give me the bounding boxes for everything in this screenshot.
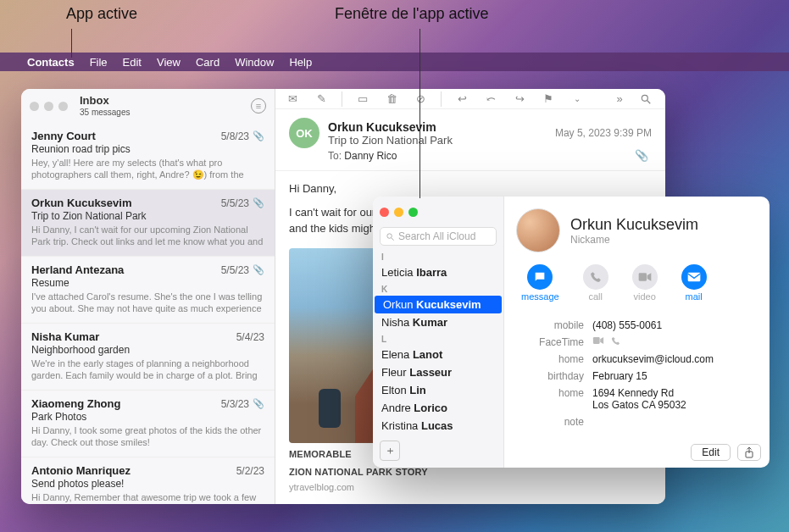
field-facetime[interactable] — [592, 336, 758, 346]
callout-window-active: Fenêtre de l'app active — [335, 5, 489, 23]
traffic-lights[interactable] — [30, 102, 68, 111]
message-subject: Trip to Zion National Park — [328, 134, 453, 147]
mail-toolbar: ✉︎ ✎ ▭ 🗑︎ ⊘ ↩︎ ⤺ ↪︎ ⚑ ⌄ » — [275, 89, 665, 109]
field-home-address[interactable]: 1694 Kennedy RdLos Gatos CA 95032 — [592, 387, 758, 411]
group-header: L — [373, 331, 503, 346]
svg-rect-6 — [593, 337, 600, 344]
message-from: Orkun Kucuksevim — [328, 120, 453, 134]
field-home-email[interactable]: orkucuksevim@icloud.com — [592, 353, 758, 365]
add-button[interactable]: ＋ — [380, 441, 400, 461]
message-date: May 5, 2023 9:39 PM — [555, 127, 652, 139]
envelope-icon[interactable]: ✉︎ — [284, 92, 301, 105]
message-item[interactable]: Antonio Manriquez5/2/23Send photos pleas… — [21, 457, 275, 504]
message-header: OK Orkun Kucuksevim Trip to Zion Nationa… — [275, 109, 665, 171]
action-message[interactable]: message — [521, 264, 559, 302]
callout-app-active: App active — [66, 5, 137, 23]
junk-icon[interactable]: ⊘ — [412, 92, 429, 105]
menu-window[interactable]: Window — [235, 56, 274, 69]
menubar: Contacts File Edit View Card Window Help — [0, 53, 789, 71]
svg-line-3 — [392, 237, 394, 240]
message-list: Jenny Court5/8/23📎Reunion road trip pics… — [21, 123, 275, 504]
archive-icon[interactable]: ▭ — [354, 92, 371, 105]
forward-icon[interactable]: ↪︎ — [511, 92, 528, 105]
contact-item[interactable]: Elena Lanot — [373, 346, 503, 363]
message-item[interactable]: Jenny Court5/8/23📎Reunion road trip pics… — [21, 123, 275, 190]
contact-nickname: Nickame — [570, 234, 698, 246]
reply-all-icon[interactable]: ⤺ — [482, 92, 499, 105]
menu-card[interactable]: Card — [196, 56, 219, 69]
group-header: K — [373, 281, 503, 296]
contact-item[interactable]: Nisha Kumar — [373, 313, 503, 331]
menu-help[interactable]: Help — [289, 56, 312, 69]
contact-item[interactable]: Andre Lorico — [373, 399, 503, 417]
flag-icon[interactable]: ⚑ — [540, 92, 557, 105]
message-item[interactable]: Xiaomeng Zhong5/3/23📎Park PhotosHi Danny… — [21, 391, 275, 457]
contact-item[interactable]: Kristina Lucas — [373, 417, 503, 435]
field-mobile[interactable]: (408) 555-0061 — [592, 319, 758, 331]
action-call[interactable]: call — [583, 264, 608, 302]
chevron-down-icon[interactable]: ⌄ — [569, 94, 586, 103]
group-header: I — [373, 249, 503, 263]
message-item[interactable]: Nisha Kumar5/4/23Neighborhood gardenWe'r… — [21, 324, 275, 391]
svg-rect-4 — [638, 273, 646, 280]
inbox-header: Inbox 35 messages — [80, 95, 130, 116]
contact-name: Orkun Kucuksevim — [570, 216, 698, 234]
contact-photo[interactable] — [516, 208, 560, 252]
svg-point-0 — [642, 95, 647, 101]
contact-item[interactable]: Elton Lin — [373, 381, 503, 399]
edit-button[interactable]: Edit — [691, 444, 731, 461]
contact-list: ILeticia IbarraKOrkun KucuksevimNisha Ku… — [373, 249, 503, 468]
message-item[interactable]: Orkun Kucuksevim5/5/23📎Trip to Zion Nati… — [21, 190, 275, 257]
contact-item[interactable]: Fleur Lasseur — [373, 363, 503, 381]
action-video[interactable]: video — [632, 264, 658, 302]
svg-rect-5 — [687, 273, 700, 282]
filter-icon[interactable]: ≡ — [251, 98, 266, 114]
menu-file[interactable]: File — [90, 56, 108, 69]
contacts-window: Search All iCloud ILeticia IbarraKOrkun … — [373, 197, 770, 468]
search-icon[interactable] — [640, 93, 657, 105]
svg-line-1 — [647, 100, 651, 103]
share-icon[interactable] — [737, 444, 761, 461]
message-item[interactable]: Herland Antezana5/5/23📎ResumeI've attach… — [21, 257, 275, 324]
paperclip-icon: 📎 — [635, 149, 648, 162]
contact-item[interactable]: Orkun Kucuksevim — [375, 296, 502, 313]
reply-icon[interactable]: ↩︎ — [453, 92, 470, 105]
message-to: To: Danny Rico — [328, 150, 397, 162]
menu-view[interactable]: View — [157, 56, 181, 69]
traffic-lights[interactable] — [380, 208, 418, 217]
menu-edit[interactable]: Edit — [123, 56, 142, 69]
avatar: OK — [289, 118, 319, 148]
menubar-app-name[interactable]: Contacts — [27, 56, 75, 69]
field-birthday: February 15 — [592, 370, 758, 382]
contact-item[interactable]: Leticia Ibarra — [373, 263, 503, 281]
compose-icon[interactable]: ✎ — [313, 92, 330, 105]
more-icon[interactable]: » — [611, 92, 628, 105]
search-input[interactable]: Search All iCloud — [380, 227, 497, 246]
action-mail[interactable]: mail — [681, 264, 707, 302]
search-placeholder: Search All iCloud — [398, 230, 475, 242]
svg-point-2 — [387, 233, 392, 238]
trash-icon[interactable]: 🗑︎ — [383, 92, 400, 105]
